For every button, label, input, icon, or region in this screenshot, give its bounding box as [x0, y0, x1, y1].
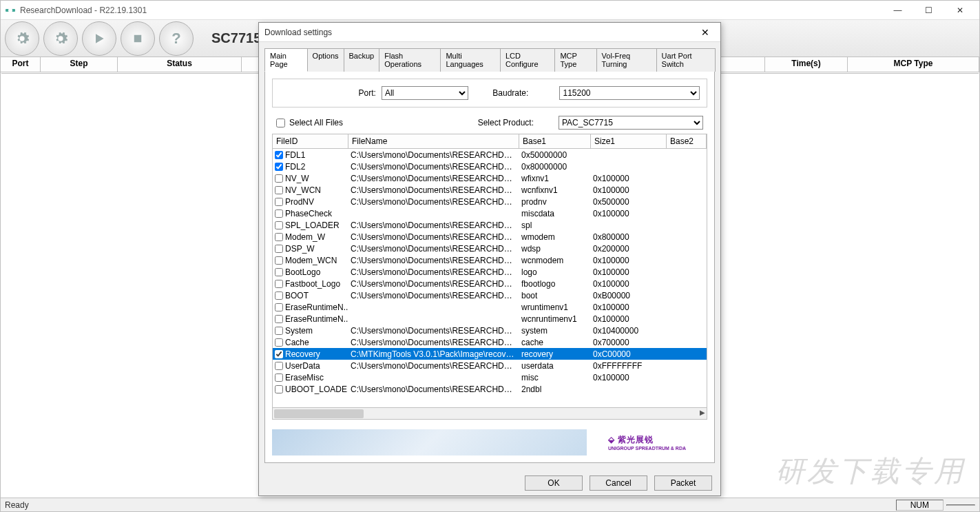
table-row[interactable]: UserDataC:\Users\mono\Documents\RESEARCH… — [273, 360, 707, 371]
file-base1: 0x80000000 — [519, 162, 591, 172]
settings-button[interactable] — [5, 21, 39, 56]
settings2-button[interactable] — [43, 21, 78, 56]
row-checkbox[interactable] — [275, 163, 283, 171]
row-checkbox[interactable] — [275, 291, 283, 300]
file-id: ProdNV — [285, 197, 314, 207]
row-checkbox[interactable] — [275, 315, 283, 323]
select-product-label: Select Product: — [478, 118, 534, 127]
table-row[interactable]: SPL_LOADERC:\Users\mono\Documents\RESEAR… — [273, 219, 707, 231]
dialog-body: Port: All Baudrate: 115200 Select All Fi… — [264, 72, 715, 463]
packet-button[interactable]: Packet — [654, 475, 712, 491]
tab-lcd-configure[interactable]: LCD Configure — [500, 48, 555, 72]
tab-backup[interactable]: Backup — [344, 48, 380, 72]
table-row[interactable]: ProdNVC:\Users\mono\Documents\RESEARCHDO… — [273, 196, 707, 207]
row-checkbox[interactable] — [275, 373, 283, 382]
col-step[interactable]: Step — [41, 57, 118, 72]
row-checkbox[interactable] — [275, 209, 283, 218]
row-checkbox[interactable] — [275, 338, 283, 347]
file-id: UserData — [285, 361, 320, 371]
select-all-checkbox[interactable] — [276, 119, 285, 127]
svg-rect-2 — [134, 34, 142, 42]
table-row[interactable]: FDL2C:\Users\mono\Documents\RESEARCHDOW.… — [273, 161, 707, 172]
file-size1: 0x100000 — [591, 267, 667, 277]
row-checkbox[interactable] — [275, 233, 283, 241]
th-base1[interactable]: Base1 — [519, 134, 591, 148]
minimize-button[interactable]: — — [882, 1, 913, 20]
file-base1: 0x50000000 — [519, 150, 591, 160]
tab-flash-operations[interactable]: Flash Operations — [379, 48, 441, 72]
select-all-label: Select All Files — [289, 118, 343, 127]
h-scrollbar[interactable]: ◀ ▶ — [273, 407, 707, 419]
file-name: C:\Users\mono\Documents\RESEARCHDOW... — [348, 185, 519, 195]
file-base1: spl — [519, 221, 591, 230]
stop-button[interactable] — [121, 21, 155, 56]
table-row[interactable]: UBOOT_LOADERC:\Users\mono\Documents\RESE… — [273, 383, 707, 395]
table-row[interactable]: DSP_WC:\Users\mono\Documents\RESEARCHDOW… — [273, 243, 707, 254]
tab-options[interactable]: Options — [307, 48, 344, 72]
download-settings-dialog: Download settings ✕ Main PageOptionsBack… — [258, 22, 721, 496]
table-row[interactable]: EraseRuntimeN...wcnruntimenv10x100000 — [273, 313, 707, 325]
close-button[interactable]: ✕ — [944, 1, 975, 20]
file-size1: 0x100000 — [591, 185, 667, 195]
row-checkbox[interactable] — [275, 385, 283, 393]
product-select[interactable]: PAC_SC7715 — [559, 116, 703, 130]
file-table-body[interactable]: FDL1C:\Users\mono\Documents\RESEARCHDOW.… — [273, 149, 707, 407]
table-row[interactable]: Modem_WCNC:\Users\mono\Documents\RESEARC… — [273, 254, 707, 266]
h-scroll-thumb[interactable] — [274, 409, 364, 418]
row-checkbox[interactable] — [275, 174, 283, 183]
row-checkbox[interactable] — [275, 362, 283, 370]
file-id: DSP_W — [285, 244, 315, 254]
tab-uart-port-switch[interactable]: Uart Port Switch — [656, 48, 716, 72]
table-row[interactable]: NV_WC:\Users\mono\Documents\RESEARCHDOW.… — [273, 172, 707, 184]
row-checkbox[interactable] — [275, 186, 283, 194]
th-size1[interactable]: Size1 — [591, 134, 667, 148]
col-status[interactable]: Status — [118, 57, 242, 72]
maximize-button[interactable]: ☐ — [913, 1, 944, 20]
file-base1: miscdata — [519, 209, 591, 218]
col-mcp[interactable]: MCP Type — [848, 57, 979, 72]
table-row[interactable]: SystemC:\Users\mono\Documents\RESEARCHDO… — [273, 325, 707, 336]
table-row[interactable]: FDL1C:\Users\mono\Documents\RESEARCHDOW.… — [273, 149, 707, 161]
file-base1: wcnruntimenv1 — [519, 314, 591, 324]
dialog-close-button[interactable]: ✕ — [696, 24, 715, 41]
th-filename[interactable]: FileName — [348, 134, 519, 148]
tab-vol-freq-turning[interactable]: Vol-Freq Turning — [596, 48, 657, 72]
row-checkbox[interactable] — [275, 151, 283, 159]
app-icon — [5, 5, 16, 16]
row-checkbox[interactable] — [275, 256, 283, 265]
table-row[interactable]: BootLogoC:\Users\mono\Documents\RESEARCH… — [273, 266, 707, 278]
tab-multi-languages[interactable]: Multi Languages — [440, 48, 501, 72]
th-base2[interactable]: Base2 — [667, 134, 707, 148]
file-id: UBOOT_LOADER — [285, 385, 348, 394]
table-row[interactable]: RecoveryC:\MTKimgTools V3.0.1\Pack\Image… — [273, 348, 707, 360]
start-button[interactable] — [82, 21, 116, 56]
row-checkbox[interactable] — [275, 350, 283, 358]
cancel-button[interactable]: Cancel — [590, 475, 647, 491]
table-row[interactable]: BOOTC:\Users\mono\Documents\RESEARCHDOW.… — [273, 289, 707, 301]
tab-mcp-type[interactable]: MCP Type — [554, 48, 596, 72]
ok-button[interactable]: OK — [525, 475, 583, 491]
table-row[interactable]: Fastboot_LogoC:\Users\mono\Documents\RES… — [273, 278, 707, 289]
col-time[interactable]: Time(s) — [765, 57, 848, 72]
row-checkbox[interactable] — [275, 327, 283, 335]
table-row[interactable]: PhaseCheckmiscdata0x100000 — [273, 207, 707, 219]
table-row[interactable]: EraseRuntimeN...wruntimenv10x100000 — [273, 301, 707, 313]
file-base1: prodnv — [519, 197, 591, 207]
row-checkbox[interactable] — [275, 268, 283, 276]
table-row[interactable]: NV_WCNC:\Users\mono\Documents\RESEARCHDO… — [273, 184, 707, 196]
table-row[interactable]: EraseMiscmisc0x100000 — [273, 371, 707, 383]
row-checkbox[interactable] — [275, 221, 283, 229]
row-checkbox[interactable] — [275, 303, 283, 311]
th-fileid[interactable]: FileID — [273, 134, 348, 148]
row-checkbox[interactable] — [275, 198, 283, 206]
tab-main-page[interactable]: Main Page — [264, 48, 308, 72]
help-button[interactable]: ? — [159, 21, 194, 56]
table-row[interactable]: Modem_WC:\Users\mono\Documents\RESEARCHD… — [273, 231, 707, 243]
row-checkbox[interactable] — [275, 245, 283, 253]
table-row[interactable]: CacheC:\Users\mono\Documents\RESEARCHDOW… — [273, 336, 707, 348]
row-checkbox[interactable] — [275, 280, 283, 288]
col-port[interactable]: Port — [1, 57, 41, 72]
port-select[interactable]: All — [382, 86, 468, 100]
baudrate-select[interactable]: 115200 — [559, 86, 700, 100]
file-name: C:\Users\mono\Documents\RESEARCHDOW... — [348, 174, 519, 183]
